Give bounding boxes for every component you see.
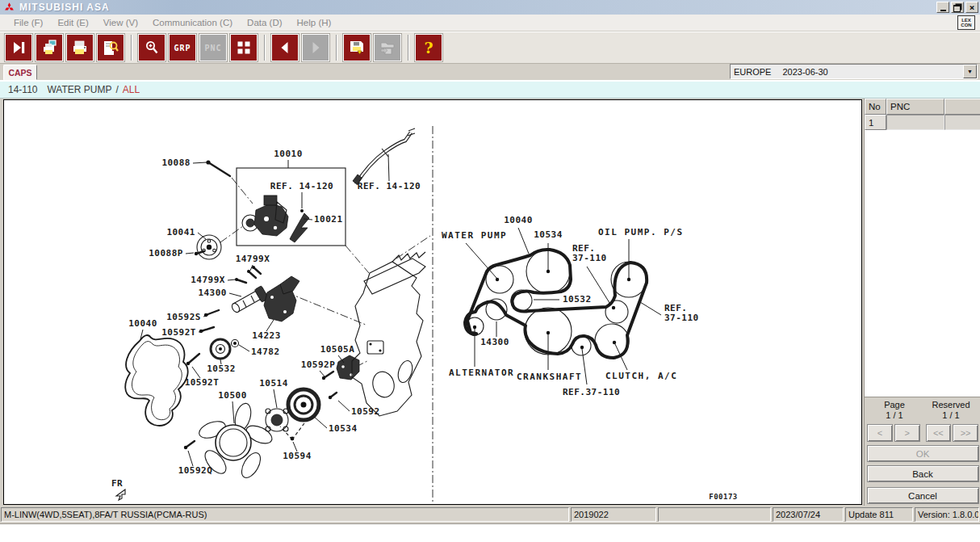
export-icon	[379, 39, 396, 57]
print-screen-button[interactable]	[36, 34, 63, 61]
tab-caps[interactable]: CAPS	[3, 65, 37, 80]
reserved-prev-button[interactable]: <<	[926, 424, 952, 442]
menu-help[interactable]: Help (H)	[290, 18, 339, 27]
pnc-button: PNC	[199, 34, 227, 61]
ref-label[interactable]: REF.37-110	[563, 387, 620, 397]
part-label[interactable]: 14223	[252, 330, 281, 341]
back-button[interactable]	[271, 34, 299, 61]
part-label[interactable]: 10040	[504, 215, 533, 225]
pump-10514	[266, 409, 288, 431]
part-label[interactable]: 10592Q	[178, 465, 213, 476]
ref-label[interactable]: 37-110	[664, 313, 699, 323]
export-button	[374, 34, 401, 61]
parts-list-area[interactable]	[865, 130, 980, 397]
print-preview-button[interactable]	[97, 34, 124, 61]
minimize-button[interactable]	[936, 2, 949, 13]
part-label[interactable]: 10500	[218, 390, 247, 401]
status-spare	[658, 507, 771, 522]
part-label[interactable]: 10010	[274, 149, 303, 159]
figure-code: 14-110	[8, 84, 37, 95]
toolbar-separator	[264, 35, 266, 61]
pulley-label: ALTERNATOR	[449, 368, 514, 378]
grp-button[interactable]: GRP	[169, 34, 196, 61]
part-label[interactable]: 10594	[283, 451, 312, 461]
back-action-button[interactable]: Back	[867, 465, 979, 482]
toolbar-separator	[408, 35, 409, 61]
print-button[interactable]	[66, 34, 94, 61]
table-row[interactable]: 1	[865, 115, 980, 130]
part-label[interactable]: 10592	[351, 406, 380, 417]
part-label[interactable]: 10088	[161, 158, 191, 168]
part-label[interactable]: 10514	[259, 378, 288, 389]
ref-label[interactable]: 37-110	[572, 253, 607, 263]
forward-button	[302, 34, 329, 61]
part-label[interactable]: 10505A	[320, 344, 355, 355]
parts-layout-button[interactable]	[230, 34, 258, 61]
part-label[interactable]: 10021	[314, 214, 343, 225]
toolbar-separator	[131, 35, 132, 61]
part-label[interactable]: 14300	[198, 288, 227, 298]
bracket-10505a	[337, 355, 359, 380]
part-label[interactable]: 10040	[128, 318, 157, 329]
page-prev-button[interactable]: <	[867, 424, 893, 442]
part-label[interactable]: 14782	[251, 347, 280, 357]
gasket-10021	[290, 213, 309, 242]
help-icon: ?	[424, 39, 433, 57]
belt-schematic	[465, 228, 661, 384]
figure-number: F00173	[709, 493, 738, 501]
menu-data[interactable]: Data (D)	[240, 18, 289, 27]
close-button[interactable]: ×	[965, 2, 978, 13]
menubar: File (F) Edit (E) View (V) Communication…	[0, 15, 980, 32]
part-label[interactable]: 10088P	[149, 248, 183, 258]
part-label[interactable]: 14799X	[236, 254, 270, 264]
part-label[interactable]: 10534	[329, 423, 358, 434]
menu-edit[interactable]: Edit (E)	[50, 18, 95, 27]
part-label[interactable]: 10041	[166, 227, 195, 237]
cancel-button[interactable]: Cancel	[867, 487, 979, 504]
back-icon	[277, 40, 293, 56]
bolt-10592t	[199, 327, 214, 333]
catalog-date: 2023-06-30	[771, 67, 827, 77]
catalog-region: EUROPE	[731, 67, 771, 77]
bolts-14799x	[235, 266, 261, 283]
lexcon-icon[interactable]: LEX CON	[957, 15, 975, 30]
zoom-icon	[144, 40, 160, 56]
part-label[interactable]: 10592T	[185, 377, 220, 388]
bolt-10592t-2	[186, 354, 199, 365]
minimize-icon	[940, 10, 946, 11]
chevron-down-icon[interactable]: ▼	[963, 65, 977, 78]
part-label[interactable]: 14300	[480, 337, 509, 347]
idler-10532	[211, 339, 230, 359]
catalog-select[interactable]: EUROPE 2023-06-30 ▼	[730, 64, 978, 79]
part-label[interactable]: REF. 14-120	[358, 181, 421, 191]
figure-scope: ALL	[123, 84, 140, 95]
fr-arrow-icon	[116, 489, 125, 500]
part-label[interactable]: 10592T	[161, 327, 196, 338]
menu-file[interactable]: File (F)	[6, 18, 50, 27]
zoom-button[interactable]	[138, 34, 165, 61]
part-label[interactable]: 10532	[207, 363, 236, 374]
part-label[interactable]: 10532	[563, 294, 592, 305]
window-title: MITSUBISHI ASA	[19, 2, 110, 13]
save-button[interactable]	[343, 34, 371, 61]
part-label[interactable]: 10592P	[301, 359, 336, 370]
pager-block: Page 1 / 1 Reserved 1 / 1 < > << >> OK B…	[865, 397, 980, 506]
part-label[interactable]: REF. 14-120	[270, 181, 333, 191]
parts-diagram: 10088 10010 REF. 14-120 REF. 14-120 1002…	[4, 100, 861, 504]
col-pnc: PNC	[886, 99, 944, 115]
page-indicator: Page 1 / 1	[866, 400, 923, 421]
menu-communication[interactable]: Communication (C)	[145, 18, 240, 27]
part-label[interactable]: 10534	[534, 229, 563, 240]
part-label[interactable]: 10592S	[166, 312, 201, 322]
part-label[interactable]: 14799X	[191, 275, 225, 285]
reserved-next-button[interactable]: >>	[953, 424, 978, 442]
page-next-button[interactable]: >	[894, 424, 920, 442]
restore-button[interactable]	[951, 2, 964, 13]
pulley-label: CRANKSHAFT	[517, 372, 582, 382]
exit-button[interactable]	[5, 34, 32, 61]
menu-view[interactable]: View (V)	[96, 18, 145, 27]
help-button[interactable]: ?	[415, 34, 442, 61]
print-icon	[71, 39, 89, 57]
diagram-canvas[interactable]: 10088 10010 REF. 14-120 REF. 14-120 1002…	[3, 99, 862, 505]
restore-icon	[953, 5, 961, 12]
